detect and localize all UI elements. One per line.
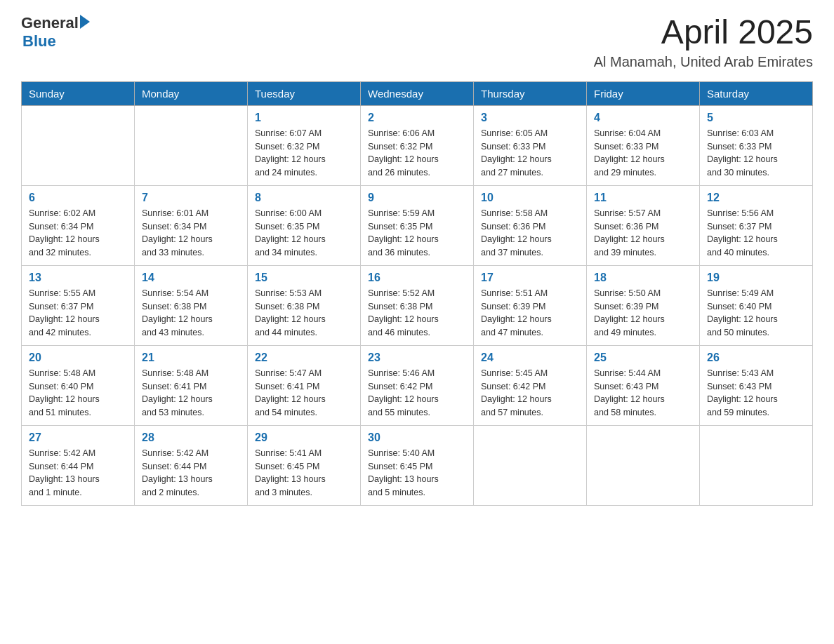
day-info: Sunrise: 5:49 AM Sunset: 6:40 PM Dayligh… <box>707 287 805 340</box>
day-info: Sunrise: 6:04 AM Sunset: 6:33 PM Dayligh… <box>594 127 692 180</box>
day-number: 29 <box>255 431 353 444</box>
day-number: 28 <box>142 431 240 444</box>
table-row: 11Sunrise: 5:57 AM Sunset: 6:36 PM Dayli… <box>587 185 700 265</box>
day-info: Sunrise: 5:53 AM Sunset: 6:38 PM Dayligh… <box>255 287 353 340</box>
day-number: 10 <box>481 192 579 204</box>
table-row: 2Sunrise: 6:06 AM Sunset: 6:32 PM Daylig… <box>361 105 474 185</box>
day-number: 1 <box>255 112 353 124</box>
logo: General Blue <box>21 14 90 51</box>
table-row: 9Sunrise: 5:59 AM Sunset: 6:35 PM Daylig… <box>361 185 474 265</box>
day-number: 23 <box>368 351 466 364</box>
day-number: 24 <box>481 351 579 364</box>
day-info: Sunrise: 5:48 AM Sunset: 6:40 PM Dayligh… <box>29 367 127 420</box>
table-row: 13Sunrise: 5:55 AM Sunset: 6:37 PM Dayli… <box>22 265 135 345</box>
day-info: Sunrise: 6:02 AM Sunset: 6:34 PM Dayligh… <box>29 207 127 260</box>
table-row: 26Sunrise: 5:43 AM Sunset: 6:43 PM Dayli… <box>700 345 813 425</box>
day-info: Sunrise: 5:48 AM Sunset: 6:41 PM Dayligh… <box>142 367 240 420</box>
day-info: Sunrise: 6:07 AM Sunset: 6:32 PM Dayligh… <box>255 127 353 180</box>
table-row: 28Sunrise: 5:42 AM Sunset: 6:44 PM Dayli… <box>135 425 248 505</box>
day-number: 11 <box>594 192 692 204</box>
col-wednesday: Wednesday <box>361 81 474 105</box>
col-sunday: Sunday <box>22 81 135 105</box>
table-row: 4Sunrise: 6:04 AM Sunset: 6:33 PM Daylig… <box>587 105 700 185</box>
day-number: 17 <box>481 271 579 284</box>
col-tuesday: Tuesday <box>248 81 361 105</box>
table-row: 22Sunrise: 5:47 AM Sunset: 6:41 PM Dayli… <box>248 345 361 425</box>
table-row: 14Sunrise: 5:54 AM Sunset: 6:38 PM Dayli… <box>135 265 248 345</box>
calendar-week-row: 20Sunrise: 5:48 AM Sunset: 6:40 PM Dayli… <box>22 345 813 425</box>
day-info: Sunrise: 5:42 AM Sunset: 6:44 PM Dayligh… <box>142 447 240 499</box>
logo-blue-text: Blue <box>22 32 56 51</box>
logo-general-text: General <box>21 14 79 32</box>
day-number: 16 <box>368 271 466 284</box>
location-title: Al Manamah, United Arab Emirates <box>594 54 813 70</box>
table-row: 19Sunrise: 5:49 AM Sunset: 6:40 PM Dayli… <box>700 265 813 345</box>
day-info: Sunrise: 5:55 AM Sunset: 6:37 PM Dayligh… <box>29 287 127 340</box>
table-row: 10Sunrise: 5:58 AM Sunset: 6:36 PM Dayli… <box>474 185 587 265</box>
table-row: 1Sunrise: 6:07 AM Sunset: 6:32 PM Daylig… <box>248 105 361 185</box>
day-info: Sunrise: 5:58 AM Sunset: 6:36 PM Dayligh… <box>481 207 579 260</box>
day-info: Sunrise: 5:45 AM Sunset: 6:42 PM Dayligh… <box>481 367 579 420</box>
table-row: 15Sunrise: 5:53 AM Sunset: 6:38 PM Dayli… <box>248 265 361 345</box>
day-number: 27 <box>29 431 127 444</box>
table-row <box>587 425 700 505</box>
col-friday: Friday <box>587 81 700 105</box>
day-number: 2 <box>368 112 466 124</box>
calendar-header-row: Sunday Monday Tuesday Wednesday Thursday… <box>22 81 813 105</box>
day-info: Sunrise: 5:47 AM Sunset: 6:41 PM Dayligh… <box>255 367 353 420</box>
day-info: Sunrise: 6:05 AM Sunset: 6:33 PM Dayligh… <box>481 127 579 180</box>
table-row: 27Sunrise: 5:42 AM Sunset: 6:44 PM Dayli… <box>22 425 135 505</box>
col-monday: Monday <box>135 81 248 105</box>
day-number: 4 <box>594 112 692 124</box>
table-row: 5Sunrise: 6:03 AM Sunset: 6:33 PM Daylig… <box>700 105 813 185</box>
table-row: 6Sunrise: 6:02 AM Sunset: 6:34 PM Daylig… <box>22 185 135 265</box>
calendar-week-row: 13Sunrise: 5:55 AM Sunset: 6:37 PM Dayli… <box>22 265 813 345</box>
table-row: 18Sunrise: 5:50 AM Sunset: 6:39 PM Dayli… <box>587 265 700 345</box>
day-number: 7 <box>142 192 240 204</box>
table-row: 29Sunrise: 5:41 AM Sunset: 6:45 PM Dayli… <box>248 425 361 505</box>
table-row: 8Sunrise: 6:00 AM Sunset: 6:35 PM Daylig… <box>248 185 361 265</box>
day-info: Sunrise: 6:01 AM Sunset: 6:34 PM Dayligh… <box>142 207 240 260</box>
table-row <box>474 425 587 505</box>
table-row: 17Sunrise: 5:51 AM Sunset: 6:39 PM Dayli… <box>474 265 587 345</box>
day-info: Sunrise: 5:41 AM Sunset: 6:45 PM Dayligh… <box>255 447 353 499</box>
title-area: April 2025 Al Manamah, United Arab Emira… <box>594 14 813 70</box>
day-info: Sunrise: 5:51 AM Sunset: 6:39 PM Dayligh… <box>481 287 579 340</box>
table-row: 24Sunrise: 5:45 AM Sunset: 6:42 PM Dayli… <box>474 345 587 425</box>
day-info: Sunrise: 5:50 AM Sunset: 6:39 PM Dayligh… <box>594 287 692 340</box>
page-header: General Blue April 2025 Al Manamah, Unit… <box>21 14 813 70</box>
day-number: 20 <box>29 351 127 364</box>
table-row: 16Sunrise: 5:52 AM Sunset: 6:38 PM Dayli… <box>361 265 474 345</box>
day-number: 19 <box>707 271 805 284</box>
table-row: 12Sunrise: 5:56 AM Sunset: 6:37 PM Dayli… <box>700 185 813 265</box>
day-info: Sunrise: 5:54 AM Sunset: 6:38 PM Dayligh… <box>142 287 240 340</box>
table-row: 23Sunrise: 5:46 AM Sunset: 6:42 PM Dayli… <box>361 345 474 425</box>
day-info: Sunrise: 5:44 AM Sunset: 6:43 PM Dayligh… <box>594 367 692 420</box>
table-row <box>700 425 813 505</box>
day-number: 26 <box>707 351 805 364</box>
day-info: Sunrise: 6:03 AM Sunset: 6:33 PM Dayligh… <box>707 127 805 180</box>
day-number: 5 <box>707 112 805 124</box>
day-info: Sunrise: 5:59 AM Sunset: 6:35 PM Dayligh… <box>368 207 466 260</box>
day-info: Sunrise: 5:56 AM Sunset: 6:37 PM Dayligh… <box>707 207 805 260</box>
table-row: 7Sunrise: 6:01 AM Sunset: 6:34 PM Daylig… <box>135 185 248 265</box>
table-row: 21Sunrise: 5:48 AM Sunset: 6:41 PM Dayli… <box>135 345 248 425</box>
day-info: Sunrise: 5:43 AM Sunset: 6:43 PM Dayligh… <box>707 367 805 420</box>
day-info: Sunrise: 5:46 AM Sunset: 6:42 PM Dayligh… <box>368 367 466 420</box>
col-thursday: Thursday <box>474 81 587 105</box>
calendar-week-row: 27Sunrise: 5:42 AM Sunset: 6:44 PM Dayli… <box>22 425 813 505</box>
day-info: Sunrise: 5:52 AM Sunset: 6:38 PM Dayligh… <box>368 287 466 340</box>
table-row: 3Sunrise: 6:05 AM Sunset: 6:33 PM Daylig… <box>474 105 587 185</box>
day-info: Sunrise: 5:40 AM Sunset: 6:45 PM Dayligh… <box>368 447 466 499</box>
day-number: 6 <box>29 192 127 204</box>
calendar-week-row: 6Sunrise: 6:02 AM Sunset: 6:34 PM Daylig… <box>22 185 813 265</box>
day-info: Sunrise: 6:00 AM Sunset: 6:35 PM Dayligh… <box>255 207 353 260</box>
day-number: 13 <box>29 271 127 284</box>
logo-arrow-icon <box>80 15 90 29</box>
day-info: Sunrise: 5:42 AM Sunset: 6:44 PM Dayligh… <box>29 447 127 499</box>
month-title: April 2025 <box>594 14 813 51</box>
day-number: 14 <box>142 271 240 284</box>
day-number: 18 <box>594 271 692 284</box>
day-number: 9 <box>368 192 466 204</box>
day-number: 12 <box>707 192 805 204</box>
